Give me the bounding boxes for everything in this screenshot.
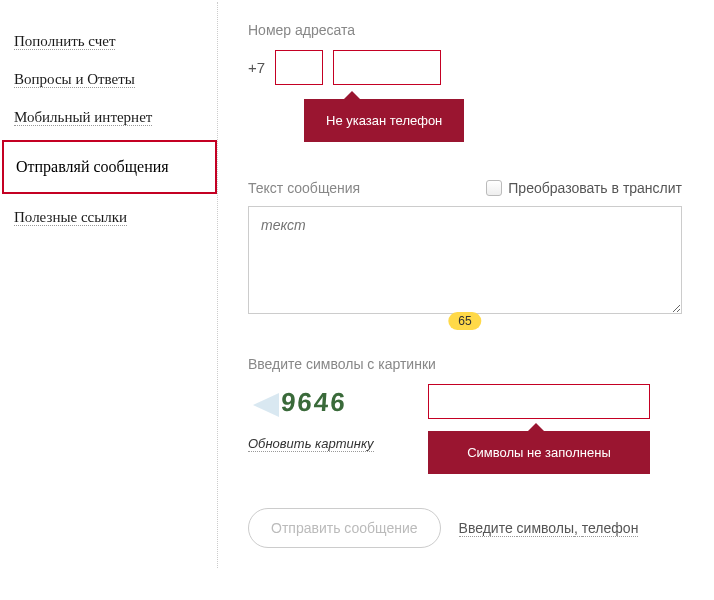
main-content: Номер адресата +7 Не указан телефон Текс… bbox=[218, 2, 712, 568]
captcha-decoration bbox=[253, 393, 279, 417]
phone-row: +7 bbox=[248, 50, 682, 85]
sidebar-link[interactable]: Полезные ссылки bbox=[14, 209, 127, 226]
captcha-label: Введите символы с картинки bbox=[248, 356, 682, 372]
sidebar-item-links[interactable]: Полезные ссылки bbox=[2, 198, 217, 236]
message-label: Текст сообщения bbox=[248, 180, 360, 196]
captcha-input[interactable] bbox=[428, 384, 650, 419]
phone-number-input[interactable] bbox=[333, 50, 441, 85]
sidebar-item-internet[interactable]: Мобильный интернет bbox=[2, 98, 217, 136]
recipient-label: Номер адресата bbox=[248, 22, 682, 38]
phone-error-tooltip: Не указан телефон bbox=[304, 99, 464, 142]
sidebar: Пополнить счет Вопросы и Ответы Мобильны… bbox=[2, 2, 218, 568]
submit-hint: Введите символы, телефон bbox=[459, 520, 639, 536]
captcha-refresh-link[interactable]: Обновить картинку bbox=[248, 436, 374, 452]
sidebar-item-faq[interactable]: Вопросы и Ответы bbox=[2, 60, 217, 98]
captcha-error-tooltip: Символы не заполнены bbox=[428, 431, 650, 474]
sidebar-item-send-messages[interactable]: Отправляй сообщения bbox=[2, 140, 217, 194]
message-textarea[interactable] bbox=[248, 206, 682, 314]
sidebar-item-topup[interactable]: Пополнить счет bbox=[2, 22, 217, 60]
captcha-digits: 9646 bbox=[280, 387, 348, 418]
sidebar-link[interactable]: Вопросы и Ответы bbox=[14, 71, 135, 88]
sidebar-link[interactable]: Пополнить счет bbox=[14, 33, 115, 50]
char-counter: 65 bbox=[448, 312, 481, 330]
submit-button[interactable]: Отправить сообщение bbox=[248, 508, 441, 548]
phone-prefix: +7 bbox=[248, 59, 265, 76]
translit-label: Преобразовать в транслит bbox=[508, 180, 682, 196]
phone-code-input[interactable] bbox=[275, 50, 323, 85]
hint-phone: телефон bbox=[582, 520, 639, 537]
hint-symbols: символы bbox=[517, 520, 574, 537]
captcha-image: 9646 bbox=[248, 384, 408, 426]
sidebar-link: Отправляй сообщения bbox=[16, 158, 169, 175]
sidebar-link[interactable]: Мобильный интернет bbox=[14, 109, 152, 126]
translit-checkbox[interactable] bbox=[486, 180, 502, 196]
